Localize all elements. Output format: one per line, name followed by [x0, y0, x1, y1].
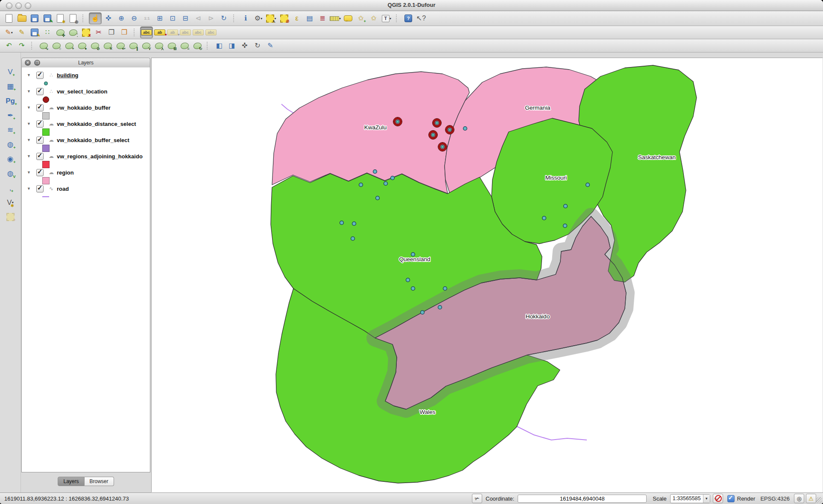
show-bookmarks-button[interactable]: ✩: [368, 13, 380, 24]
open-project-button[interactable]: [16, 13, 28, 24]
layer-checkbox[interactable]: [36, 120, 44, 128]
layer-expander-icon[interactable]: ▼: [27, 73, 33, 77]
fill-ring-button[interactable]: ●: [76, 40, 88, 51]
whats-this-button[interactable]: ↖?: [415, 13, 427, 24]
select-features-button[interactable]: ↖▾: [265, 13, 277, 24]
new-shapefile-layer-button[interactable]: V✱▾: [4, 197, 16, 208]
merge-features-button[interactable]: ⊞: [166, 40, 178, 51]
layer-checkbox[interactable]: [36, 169, 44, 176]
layer-name[interactable]: vw_hokkaido_distance_select: [57, 121, 136, 127]
redo-button[interactable]: ↷: [16, 40, 28, 51]
select-by-expression-button[interactable]: ε: [291, 13, 303, 24]
pan-to-selection-button[interactable]: ✜: [103, 13, 114, 24]
add-wfs-layer-button[interactable]: ◍V: [4, 168, 16, 179]
zoom-in-button[interactable]: ⊕: [115, 13, 127, 24]
copy-features-button[interactable]: ❐: [105, 27, 117, 38]
toggle-editing-button[interactable]: ✎: [16, 27, 28, 38]
rotate-point-symbols-button[interactable]: ↻: [191, 40, 203, 51]
split-features-button[interactable]: ⋎: [140, 40, 152, 51]
delete-ring-button[interactable]: ⊘: [89, 40, 101, 51]
text-annotation-button[interactable]: T▾: [381, 13, 392, 24]
layer-name[interactable]: vw_regions_adjoining_hokkaido: [57, 153, 143, 160]
new-project-button[interactable]: [3, 13, 15, 24]
scale-combo[interactable]: 1:33565585 ▼: [670, 494, 710, 503]
layer-expander-icon[interactable]: ▼: [27, 89, 33, 93]
cut-features-button[interactable]: ✂: [93, 27, 105, 38]
layer-checkbox[interactable]: [36, 153, 44, 160]
save-project-button[interactable]: [29, 13, 41, 24]
tab-layers[interactable]: Layers: [58, 477, 84, 486]
resize-grip[interactable]: [816, 497, 822, 503]
labeling-button[interactable]: abc: [140, 26, 153, 38]
map-canvas[interactable]: KwaZuluGermaniaSaskatchewanMissouriQueen…: [151, 58, 823, 492]
save-layer-edits-button[interactable]: ✎: [29, 27, 41, 38]
layer-checkbox[interactable]: [36, 104, 44, 111]
log-messages-icon[interactable]: ⚠: [806, 494, 816, 503]
identify-features-button[interactable]: ℹ: [240, 13, 252, 24]
add-delimited-text-layer-button[interactable]: ,+: [4, 182, 16, 193]
layer-checkbox[interactable]: [36, 72, 44, 79]
undo-button[interactable]: ↶: [3, 40, 15, 51]
pan-map-button[interactable]: ☝: [89, 12, 102, 24]
move-feature-button[interactable]: ✜: [54, 27, 66, 38]
layer-expander-icon[interactable]: ▼: [27, 154, 33, 158]
run-feature-action-button[interactable]: ⚙▾: [252, 13, 264, 24]
split-parts-button[interactable]: ⋏: [153, 40, 165, 51]
zoom-to-selection-button[interactable]: ⊡: [167, 13, 179, 24]
merge-attributes-button[interactable]: ≡: [179, 40, 190, 51]
rotate-label-button[interactable]: ↻: [252, 40, 264, 51]
zoom-to-layer-button[interactable]: ⊟: [179, 13, 191, 24]
current-edits-dropdown-icon[interactable]: ▾: [11, 31, 13, 35]
text-annotation-dropdown-icon[interactable]: ▾: [390, 17, 391, 20]
label-pinning-button[interactable]: ab●: [154, 27, 166, 38]
add-mssql-layer-button[interactable]: ≋+: [4, 124, 16, 135]
run-feature-action-dropdown-icon[interactable]: ▾: [261, 17, 262, 20]
layer-name[interactable]: vw_select_location: [57, 88, 108, 95]
reshape-features-button[interactable]: ↩: [114, 40, 126, 51]
add-feature-button[interactable]: ∷: [41, 27, 53, 38]
layer-name[interactable]: building: [57, 72, 79, 79]
paste-features-button[interactable]: ❒: [118, 27, 130, 38]
refresh-map-button[interactable]: ↻: [218, 13, 230, 24]
delete-selected-button[interactable]: ✕: [80, 27, 92, 38]
field-calculator-button[interactable]: ≣: [316, 13, 328, 24]
open-attribute-table-button[interactable]: ▤: [304, 13, 316, 24]
offset-curve-button[interactable]: ∥: [127, 40, 139, 51]
help-contents-button[interactable]: ?: [402, 13, 414, 24]
mouse-position-toggle-icon[interactable]: ✃: [472, 494, 482, 503]
add-wms-layer-button[interactable]: ◉+: [4, 153, 16, 164]
stop-render-icon[interactable]: [713, 494, 723, 503]
add-oracle-layer-button[interactable]: ◍+: [4, 139, 16, 150]
save-project-as-button[interactable]: ✎: [41, 13, 53, 24]
current-edits-button[interactable]: ✎▾: [3, 27, 15, 38]
move-label-button[interactable]: ✜: [239, 40, 251, 51]
add-part-button[interactable]: +: [63, 40, 75, 51]
layer-checkbox[interactable]: [36, 137, 44, 144]
add-vector-layer-button[interactable]: V+: [4, 66, 16, 77]
layer-expander-icon[interactable]: ▼: [27, 105, 33, 110]
coordinate-input[interactable]: [518, 495, 647, 503]
composer-manager-button[interactable]: ◎: [67, 13, 79, 24]
new-bookmark-button[interactable]: ✩+: [355, 13, 367, 24]
add-spatialite-layer-button[interactable]: ✒+: [4, 110, 16, 121]
layer-name[interactable]: vw_hokkaido_buffer: [57, 105, 111, 111]
delete-part-button[interactable]: ✕: [102, 40, 114, 51]
layer-name[interactable]: vw_hokkaido_buffer_select: [57, 137, 129, 143]
show-hide-labels-button[interactable]: ◨: [226, 40, 238, 51]
scale-dropdown-icon[interactable]: ▼: [703, 495, 710, 503]
deselect-features-button[interactable]: ∅: [278, 13, 290, 24]
layer-expander-icon[interactable]: ▼: [27, 138, 33, 142]
add-ring-button[interactable]: ○: [50, 40, 62, 51]
render-checkbox[interactable]: [727, 495, 735, 502]
tab-browser[interactable]: Browser: [85, 477, 114, 486]
pin-labels-button[interactable]: ◧: [213, 40, 225, 51]
layer-name[interactable]: region: [57, 169, 74, 176]
zoom-full-button[interactable]: ⊞: [154, 13, 166, 24]
node-tool-button[interactable]: ⁚: [67, 27, 79, 38]
new-print-composer-button[interactable]: ✱: [54, 13, 66, 24]
layer-checkbox[interactable]: [36, 88, 44, 95]
measure-line-dropdown-icon[interactable]: ▾: [339, 17, 341, 20]
layer-expander-icon[interactable]: ▼: [27, 122, 33, 126]
crs-button[interactable]: ◎: [794, 494, 804, 503]
zoom-out-button[interactable]: ⊖: [128, 13, 140, 24]
